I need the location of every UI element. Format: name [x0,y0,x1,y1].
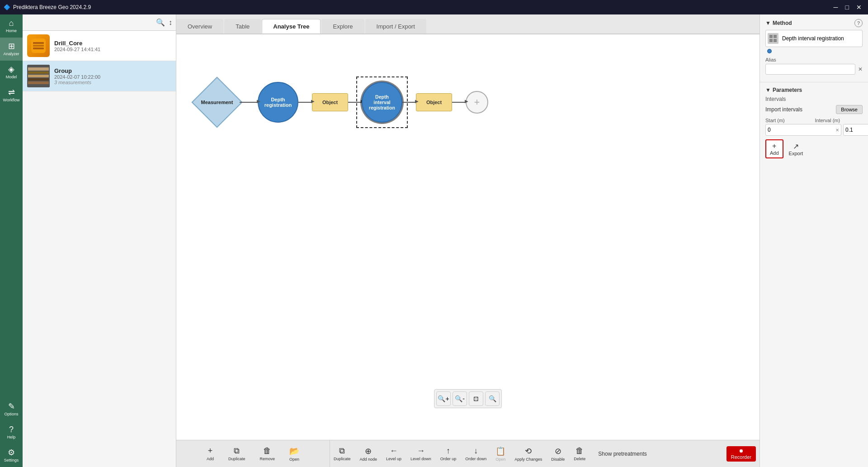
order-up-icon: ↑ [446,446,450,456]
zoom-out-button[interactable]: 🔍- [453,391,467,406]
alias-input[interactable] [765,64,855,75]
alias-label: Alias [765,57,863,62]
start-clear-button[interactable]: ✕ [835,128,839,133]
right-panel: ▼ Method ? Depth interval registration [760,14,868,467]
disable-icon: ⊘ [555,446,561,456]
toolbar-duplicate-button[interactable]: ⧉ Duplicate [225,444,249,463]
svg-rect-10 [769,35,773,38]
toolbar-open-label: Open [289,457,299,462]
toolbar-open2-button[interactable]: 📋 Open [492,444,509,463]
toolbar-level-down-button[interactable]: → Level down [407,444,435,463]
start-interval-labels: Start (m) Interval (m) [765,118,863,123]
bottom-toolbar-right: ⧉ Duplicate ⊕ Add node ← Level up → Leve… [330,440,760,467]
sidebar-item-options[interactable]: ✎ Options [0,398,23,421]
start-interval-inputs: ✕ ✕ [765,124,863,136]
nav-bottom: ✎ Options ? Help ⚙ Settings [0,398,23,467]
add-button[interactable]: + Add [765,139,783,158]
node-depth-registration[interactable]: Depthregistration [258,82,298,123]
method-section-label: Method [773,20,792,26]
svg-rect-1 [33,42,44,44]
zoom-reset-button[interactable]: 🔍 [485,391,500,406]
open2-icon: 📋 [495,446,505,456]
start-input-wrap: ✕ [765,124,841,136]
toolbar-level-down-label: Level down [410,457,431,461]
node-add[interactable]: + [466,91,488,114]
browse-button[interactable]: Browse [836,105,863,114]
arrow-4: ▶ [402,102,416,103]
node-object-2[interactable]: Object [416,93,452,111]
tab-overview[interactable]: Overview [176,19,223,33]
canvas-area[interactable]: Measurement ▶ Depthregistration ▶ Object… [176,34,760,440]
show-pretreatments-label: Show pretreatments [598,451,646,457]
alias-clear-button[interactable]: ✕ [858,66,863,72]
method-radio[interactable] [767,49,772,53]
method-item[interactable]: Depth interval registration [765,30,863,47]
method-collapse-icon: ▼ [765,20,771,26]
search-button[interactable]: 🔍 [156,18,165,27]
file-item-drill-core[interactable]: Drill_Core 2024-09-27 14:41:41 [23,31,176,61]
sidebar-item-model[interactable]: ◈ Model [0,61,23,84]
toolbar-delete-button[interactable]: 🗑 Delete [570,444,589,463]
toolbar-remove-button[interactable]: 🗑 Remove [256,444,279,463]
add-icon: + [208,446,213,456]
method-section-header[interactable]: ▼ Method ? [765,19,863,27]
sidebar-item-options-label: Options [4,412,18,416]
group-measurements: 3 measurements [54,80,100,85]
sidebar-item-analyzer[interactable]: ⊞ Analyzer [0,38,23,61]
minimize-button[interactable]: ─ [831,3,841,12]
toolbar-disable-button[interactable]: ⊘ Disable [547,444,568,463]
recorder-button[interactable]: ⏺ Recorder [726,446,756,462]
start-label: Start (m) [765,118,813,123]
parameters-section-header[interactable]: ▼ Parameters [765,87,863,93]
file-item-group[interactable]: Group 2024-02-07 10:22:00 3 measurements [23,61,176,91]
tab-table[interactable]: Table [224,19,261,33]
level-up-icon: ← [390,446,398,456]
node-depth-interval-registration[interactable]: Depthintervalregistration [362,82,402,123]
zoom-fit-button[interactable]: ⊡ [469,391,483,406]
toolbar-order-down-button[interactable]: ↓ Order down [462,444,490,463]
main-container: ⌂ Home ⊞ Analyzer ◈ Model ⇌ Workflow ✎ O… [0,14,868,467]
svg-rect-13 [774,39,777,42]
toolbar-add-button[interactable]: + Add [203,444,217,463]
interval-input[interactable] [845,127,868,133]
sidebar-item-help[interactable]: ? Help [0,421,23,444]
duplicate-icon: ⧉ [234,446,240,456]
interval-input-wrap: ✕ [843,124,868,136]
method-help-icon: ? [854,19,863,27]
toolbar-open-button[interactable]: 📂 Open [286,444,303,463]
file-panel: 🔍 ↕ Drill_Core 2024-09-27 14:41:41 [23,14,176,467]
add-node-icon: ⊕ [365,446,372,456]
sidebar-item-workflow[interactable]: ⇌ Workflow [0,84,23,107]
export-button[interactable]: ↗ Export [785,140,807,158]
toolbar-order-up-button[interactable]: ↑ Order up [437,444,460,463]
sort-button[interactable]: ↕ [169,19,172,27]
sidebar-item-settings[interactable]: ⚙ Settings [0,444,23,467]
bottom-toolbar: + Add ⧉ Duplicate 🗑 Remove 📂 Open [176,440,760,467]
titlebar-controls[interactable]: ─ □ ✕ [831,3,864,12]
node-object-1[interactable]: Object [312,93,348,111]
tab-import-export[interactable]: Import / Export [365,19,426,33]
svg-rect-9 [28,81,49,84]
app-icon: 🔷 [4,4,10,10]
zoom-in-button[interactable]: 🔍+ [436,391,451,406]
home-icon: ⌂ [9,19,14,27]
duplicate2-icon: ⧉ [339,446,345,456]
drill-core-icon [27,34,50,57]
toolbar-apply-changes-button[interactable]: ⟲ Apply Changes [511,444,546,463]
help-circle-icon[interactable]: ? [854,19,863,27]
toolbar-duplicate2-button[interactable]: ⧉ Duplicate [330,444,354,463]
start-input[interactable] [768,127,835,133]
svg-rect-6 [28,71,49,74]
svg-rect-2 [33,45,44,47]
close-button[interactable]: ✕ [854,3,864,12]
group-date: 2024-02-07 10:22:00 [54,74,100,80]
toolbar-level-up-button[interactable]: ← Level up [382,444,405,463]
intervals-label: Intervals [765,96,863,102]
options-icon: ✎ [8,402,15,410]
sidebar-item-home[interactable]: ⌂ Home [0,14,23,38]
tab-explore[interactable]: Explore [321,19,364,33]
tab-analyse-tree[interactable]: Analyse Tree [262,19,321,33]
maximize-button[interactable]: □ [843,3,852,12]
node-measurement[interactable]: Measurement [194,80,240,125]
toolbar-add-node-button[interactable]: ⊕ Add node [356,444,381,463]
